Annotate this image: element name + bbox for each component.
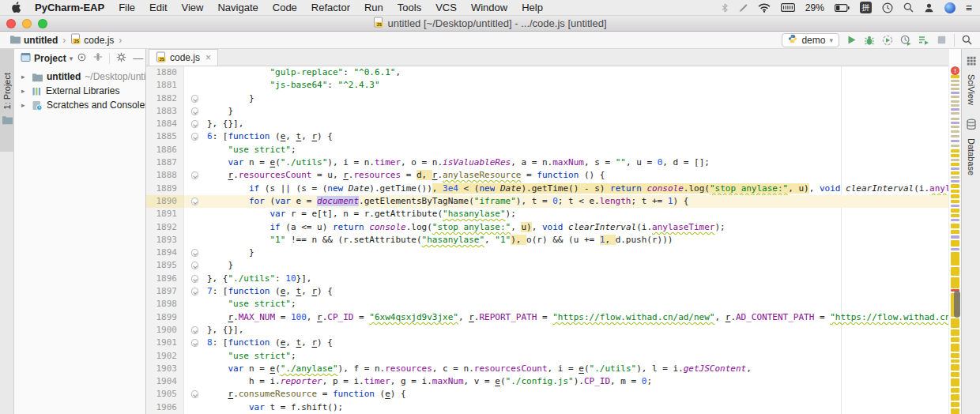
- stripe-mark[interactable]: [951, 248, 959, 250]
- stripe-mark[interactable]: [951, 180, 959, 183]
- run-with-coverage-button[interactable]: [882, 35, 893, 46]
- code-line[interactable]: 1904 h = i.reporter, p = i.timer, g = i.…: [146, 375, 948, 388]
- code-line[interactable]: 1889 if (s || (s = (new Date).getTime())…: [146, 183, 948, 195]
- wifi-icon[interactable]: [758, 3, 771, 13]
- stripe-mark[interactable]: [951, 184, 959, 188]
- stripe-mark[interactable]: [951, 344, 959, 352]
- stripe-mark[interactable]: [951, 240, 959, 247]
- stripe-mark[interactable]: [951, 149, 959, 152]
- database-icon[interactable]: [966, 119, 977, 134]
- run-configuration-select[interactable]: demo ▾: [782, 33, 839, 47]
- stripe-mark[interactable]: [951, 337, 959, 342]
- project-view-selector[interactable]: Project ▾: [21, 52, 73, 65]
- expand-arrow-icon[interactable]: ▸: [21, 73, 28, 81]
- stripe-mark[interactable]: [951, 224, 959, 228]
- stripe-mark[interactable]: [951, 200, 959, 203]
- stripe-mark[interactable]: [951, 364, 959, 371]
- code-line[interactable]: 18977: [function (e, t, r) {: [146, 285, 948, 298]
- run-button[interactable]: [846, 35, 857, 45]
- stripe-mark[interactable]: [951, 84, 959, 86]
- tool-window-tab-database[interactable]: Database: [967, 138, 976, 175]
- stripe-mark[interactable]: [951, 104, 959, 107]
- code-line[interactable]: 1905 r.consumeResource = function (e) {: [146, 388, 948, 401]
- sciview-icon[interactable]: [966, 55, 977, 70]
- search-everywhere-button[interactable]: [962, 35, 972, 45]
- menu-item-file[interactable]: File: [111, 2, 142, 13]
- code-line[interactable]: 1884}, {}],: [146, 118, 948, 130]
- stripe-mark[interactable]: [951, 140, 959, 142]
- fold-marker-icon[interactable]: [191, 288, 198, 295]
- stripe-mark[interactable]: [951, 118, 959, 120]
- code-line[interactable]: 1886 "use strict";: [146, 144, 948, 156]
- code-line[interactable]: 1880 "gulp-replace": "^0.6.1",: [146, 66, 948, 79]
- expand-arrow-icon[interactable]: ▸: [21, 101, 28, 109]
- profile-button[interactable]: [900, 35, 911, 46]
- stripe-mark[interactable]: [951, 96, 959, 98]
- stripe-mark[interactable]: [951, 402, 959, 407]
- error-indicator-badge[interactable]: !: [951, 66, 959, 75]
- code-line[interactable]: 1902 "use strict";: [146, 350, 948, 363]
- code-line[interactable]: 1900}, {}],: [146, 324, 948, 337]
- stripe-mark[interactable]: [951, 190, 959, 193]
- stripe-mark[interactable]: [951, 88, 959, 90]
- breadcrumb-item-code.js[interactable]: JScode.js: [69, 33, 115, 47]
- settings-gear-button[interactable]: [116, 52, 126, 65]
- stripe-mark[interactable]: [951, 394, 959, 401]
- stripe-mark[interactable]: [951, 126, 959, 128]
- stripe-mark[interactable]: [951, 159, 959, 161]
- stripe-mark[interactable]: [951, 277, 959, 288]
- error-stripe-scrollbar[interactable]: !: [948, 49, 961, 414]
- stripe-mark[interactable]: [951, 130, 959, 133]
- tree-item-scratches-and-consoles[interactable]: ▸Scratches and Consoles: [14, 98, 145, 112]
- siri-icon[interactable]: [944, 2, 956, 13]
- code-line[interactable]: 18856: [function (e, t, r) {: [146, 130, 948, 143]
- stripe-mark[interactable]: [951, 329, 959, 336]
- scrollbar-thumb[interactable]: [954, 291, 960, 318]
- menu-item-view[interactable]: View: [175, 2, 211, 13]
- collapse-all-button[interactable]: [93, 52, 103, 64]
- spotlight-search-icon[interactable]: [903, 2, 914, 13]
- locate-file-button[interactable]: [77, 52, 87, 65]
- stripe-mark[interactable]: [951, 252, 959, 265]
- close-window-button[interactable]: [6, 19, 16, 28]
- menu-item-refactor[interactable]: Refactor: [304, 2, 357, 13]
- project-tool-window-tab[interactable]: 1: Project: [0, 49, 13, 152]
- stripe-mark[interactable]: [951, 205, 959, 207]
- close-tab-icon[interactable]: ×: [204, 52, 211, 63]
- stripe-mark[interactable]: [951, 372, 959, 377]
- input-method-icon[interactable]: 拼: [860, 2, 872, 13]
- code-line[interactable]: 1893 "1" !== n && (r.setAttribute("hasan…: [146, 234, 948, 247]
- keyboard-battery-icon[interactable]: [781, 3, 795, 12]
- code-editor[interactable]: 1880 "gulp-replace": "^0.6.1",1881 "js-b…: [146, 66, 948, 414]
- zoom-window-button[interactable]: [38, 19, 47, 28]
- fold-marker-icon[interactable]: [191, 249, 198, 257]
- menu-item-vcs[interactable]: VCS: [428, 2, 464, 13]
- code-line[interactable]: 1898 "use strict";: [146, 298, 948, 310]
- fold-marker-icon[interactable]: [191, 120, 198, 128]
- code-line[interactable]: 1899 r.MAX_NUM = 100, r.CP_ID = "6xw4qsx…: [146, 311, 948, 324]
- code-line[interactable]: 1891 var r = e[t], n = r.getAttribute("h…: [146, 208, 948, 220]
- code-line[interactable]: 1892 if (a <= u) return console.log("sto…: [146, 221, 948, 234]
- expand-arrow-icon[interactable]: ▸: [21, 87, 28, 95]
- fold-marker-icon[interactable]: [191, 339, 198, 347]
- clock-icon[interactable]: [882, 2, 893, 13]
- breadcrumb-item-untitled[interactable]: untitled: [8, 34, 59, 47]
- stripe-mark[interactable]: [951, 122, 959, 124]
- menu-item-window[interactable]: Window: [464, 2, 514, 13]
- stripe-mark[interactable]: [951, 209, 959, 213]
- fold-marker-icon[interactable]: [191, 171, 198, 179]
- stripe-mark[interactable]: [951, 167, 959, 170]
- code-line[interactable]: 1887 var n = e("./utils"), i = n.timer, …: [146, 156, 948, 169]
- stripe-mark[interactable]: [951, 163, 959, 166]
- stripe-mark[interactable]: [951, 353, 959, 358]
- stripe-mark[interactable]: [951, 230, 959, 234]
- stripe-mark[interactable]: [951, 154, 959, 157]
- notification-center-icon[interactable]: ≡: [966, 2, 972, 13]
- menu-item-run[interactable]: Run: [357, 2, 390, 13]
- code-line[interactable]: 1896}, {"./utils": 10}],: [146, 273, 948, 285]
- stripe-mark[interactable]: [951, 145, 959, 147]
- code-line[interactable]: 1881 "js-base64": "^2.4.3": [146, 79, 948, 92]
- fold-marker-icon[interactable]: [191, 275, 198, 283]
- stripe-mark[interactable]: [951, 408, 959, 414]
- code-line[interactable]: 1895 }: [146, 259, 948, 272]
